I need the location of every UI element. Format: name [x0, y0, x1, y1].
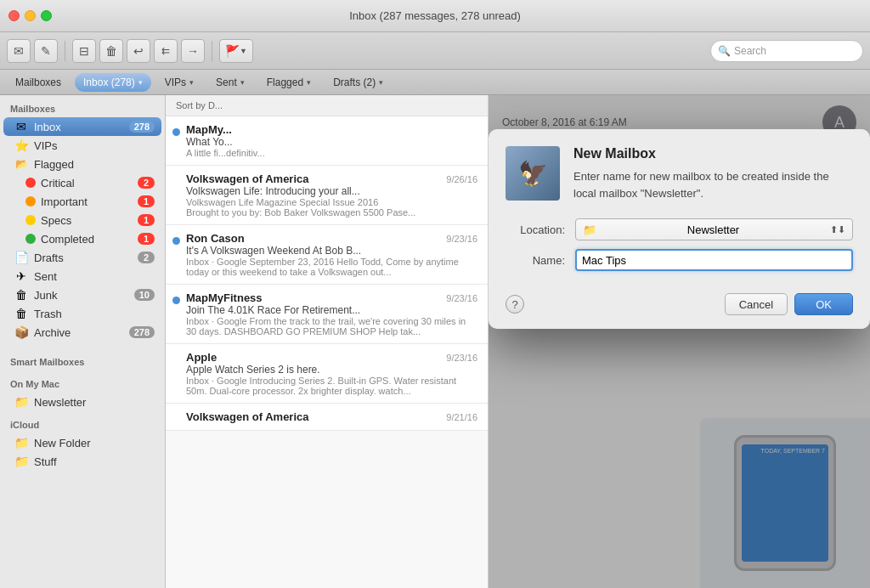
- sidebar-item-sent[interactable]: ✈ Sent: [3, 267, 161, 286]
- sidebar-item-vips-label: VIPs: [34, 139, 155, 152]
- sidebar-item-stuff[interactable]: 📁 Stuff: [3, 452, 161, 471]
- compose-button[interactable]: ✎: [34, 39, 58, 63]
- junk-button[interactable]: 🗑: [99, 39, 123, 63]
- preview-pane: October 8, 2016 at 6:19 AM A iC Do more.…: [489, 95, 870, 588]
- sidebar-item-junk[interactable]: 🗑 Junk 10: [3, 286, 161, 304]
- minimize-button[interactable]: [25, 10, 36, 21]
- sidebar-item-trash[interactable]: 🗑 Trash: [3, 304, 161, 323]
- search-box[interactable]: 🔍 Search: [710, 40, 863, 62]
- tab-vips[interactable]: VIPs ▾: [156, 73, 202, 92]
- sidebar-item-inbox[interactable]: ✉ Inbox 278: [3, 117, 161, 136]
- unread-indicator: [172, 128, 180, 136]
- sidebar-item-vips[interactable]: ⭐ VIPs: [3, 136, 161, 155]
- tabbar: Mailboxes Inbox (278) ▾ VIPs ▾ Sent ▾ Fl…: [0, 70, 870, 95]
- critical-badge: 2: [138, 177, 155, 189]
- message-list-header: Sort by D...: [166, 95, 488, 116]
- sidebar-item-specs[interactable]: Specs 1: [15, 211, 161, 229]
- sidebar-item-inbox-label: Inbox: [34, 121, 124, 133]
- sidebar-item-sent-label: Sent: [34, 270, 155, 283]
- zoom-button[interactable]: [41, 10, 52, 21]
- search-placeholder: Search: [734, 45, 766, 57]
- list-item[interactable]: Apple 9/23/16 Apple Watch Series 2 is he…: [166, 344, 488, 404]
- mailbox-name-input[interactable]: [575, 249, 853, 271]
- traffic-lights: [8, 10, 52, 21]
- tab-drafts[interactable]: Drafts (2) ▾: [325, 73, 392, 92]
- message-subject: Volkswagen Life: Introducing your all...: [186, 185, 477, 197]
- list-item[interactable]: Volkswagen of America 9/26/16 Volkswagen…: [166, 166, 488, 225]
- trash-icon: 🗑: [14, 307, 29, 320]
- sidebar-item-critical[interactable]: Critical 2: [15, 173, 161, 192]
- message-subject: What Yo...: [186, 136, 477, 148]
- sidebar-section-on-mac: On My Mac: [0, 370, 165, 393]
- toolbar-separator-2: [212, 41, 212, 61]
- tab-flagged[interactable]: Flagged ▾: [258, 73, 319, 92]
- ok-button[interactable]: OK: [794, 293, 853, 315]
- main-layout: Mailboxes ✉ Inbox 278 ⭐ VIPs 📂 Flagged C…: [0, 95, 870, 588]
- help-button[interactable]: ?: [506, 295, 524, 314]
- message-sender: MapMyFitness: [186, 291, 263, 304]
- search-icon: 🔍: [718, 45, 731, 57]
- dialog-footer: ? Cancel OK: [489, 293, 870, 329]
- junk-badge: 10: [134, 289, 155, 301]
- inbox-icon: ✉: [14, 120, 29, 133]
- important-flag-icon: [25, 196, 36, 206]
- close-button[interactable]: [8, 10, 20, 21]
- list-item[interactable]: Volkswagen of America 9/21/16: [166, 404, 488, 431]
- sidebar-item-important[interactable]: Important 1: [15, 192, 161, 211]
- message-sender: Volkswagen of America: [186, 172, 309, 185]
- sidebar-item-critical-label: Critical: [41, 177, 133, 189]
- dialog-form: Location: 📁 Newsletter ⬆⬇ Name:: [489, 210, 870, 293]
- list-item[interactable]: Ron Cason 9/23/16 It's A Volkswagen Week…: [166, 225, 488, 285]
- sidebar-item-newsletter[interactable]: 📁 Newsletter: [3, 393, 161, 411]
- list-item[interactable]: MapMy... What Yo... A little fi...defini…: [166, 116, 488, 166]
- tab-inbox-label: Inbox (278): [83, 76, 135, 88]
- tab-sent[interactable]: Sent ▾: [207, 73, 253, 92]
- dialog-text: New Mailbox Enter name for new mailbox t…: [573, 146, 853, 201]
- tab-inbox[interactable]: Inbox (278) ▾: [75, 73, 151, 92]
- drafts-badge: 2: [138, 252, 155, 263]
- dialog-title: New Mailbox: [573, 146, 853, 161]
- get-mail-button[interactable]: ✉: [7, 39, 31, 63]
- tab-mailboxes[interactable]: Mailboxes: [7, 73, 70, 92]
- inbox-badge: 278: [129, 121, 155, 133]
- sidebar-item-drafts-label: Drafts: [34, 252, 133, 264]
- sidebar-item-trash-label: Trash: [34, 308, 155, 320]
- message-preview-2: Brought to you by: Bob Baker Volkswagen …: [186, 207, 477, 218]
- sidebar-item-completed[interactable]: Completed 1: [15, 229, 161, 248]
- drafts-icon: 📄: [14, 251, 29, 264]
- flagged-children: Critical 2 Important 1 Specs 1 Completed…: [0, 173, 165, 248]
- sidebar-item-important-label: Important: [41, 195, 133, 208]
- message-preview: A little fi...definitiv...: [186, 148, 477, 158]
- archive-badge: 278: [129, 326, 155, 338]
- sidebar-item-new-folder[interactable]: 📁 New Folder: [3, 433, 161, 452]
- tab-drafts-label: Drafts (2): [333, 76, 376, 88]
- message-preview-2: 50m. Dual-core processor. 2x brighter di…: [186, 386, 477, 396]
- toolbar: ✉ ✎ ⊟ 🗑 ↩ ⇇ → 🚩▼ 🔍 Search: [0, 32, 870, 70]
- sidebar-item-flagged[interactable]: 📂 Flagged: [3, 155, 161, 173]
- sidebar-item-drafts[interactable]: 📄 Drafts 2: [3, 248, 161, 267]
- forward-button[interactable]: →: [181, 39, 205, 63]
- location-select[interactable]: 📁 Newsletter ⬆⬇: [575, 218, 853, 240]
- tab-mailboxes-label: Mailboxes: [15, 76, 61, 88]
- reply-button[interactable]: ↩: [127, 39, 150, 63]
- delete-button[interactable]: ⊟: [72, 39, 96, 63]
- reply-all-button[interactable]: ⇇: [154, 39, 178, 63]
- sidebar-item-archive[interactable]: 📦 Archive 278: [3, 323, 161, 342]
- flag-button[interactable]: 🚩▼: [219, 39, 253, 63]
- list-item[interactable]: MapMyFitness 9/23/16 Join The 4.01K Race…: [166, 285, 488, 344]
- stuff-folder-icon: 📁: [14, 455, 29, 468]
- dialog-overlay: 🦅 New Mailbox Enter name for new mailbox…: [489, 95, 870, 588]
- tab-sent-label: Sent: [216, 76, 237, 88]
- cancel-button[interactable]: Cancel: [725, 293, 788, 315]
- tab-vips-label: VIPs: [165, 76, 186, 88]
- folder-icon-sm: 📁: [583, 223, 596, 236]
- newsletter-folder-icon: 📁: [14, 395, 29, 409]
- message-preview-2: 30 days. DASHBOARD GO PREMIUM SHOP Help …: [186, 326, 477, 336]
- completed-badge: 1: [138, 233, 155, 245]
- sidebar-section-mailboxes: Mailboxes: [0, 95, 165, 117]
- important-badge: 1: [138, 195, 155, 207]
- message-preview: Inbox · Google Introducing Series 2. Bui…: [186, 376, 477, 386]
- sidebar-item-specs-label: Specs: [41, 214, 133, 227]
- name-row: Name:: [506, 249, 853, 271]
- unread-indicator: [172, 297, 180, 304]
